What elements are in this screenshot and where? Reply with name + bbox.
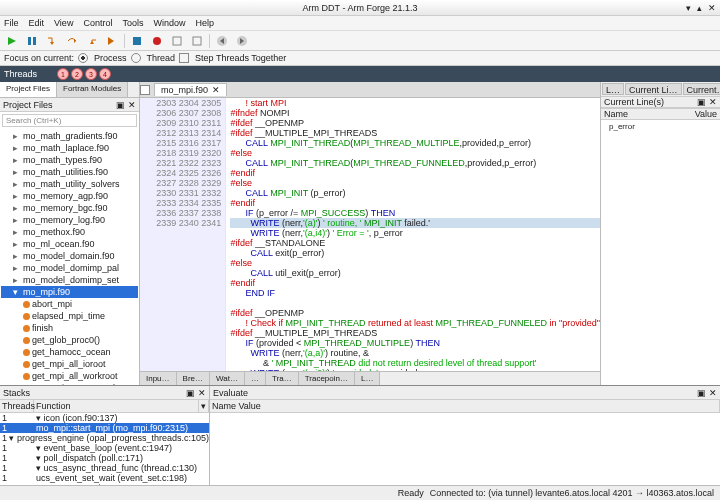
bottom-tab[interactable]: Bre… — [177, 372, 210, 385]
process-radio[interactable] — [78, 53, 88, 63]
stack-row[interactable]: 1▾ ucs_async_thread_func (thread.c:130) — [0, 463, 209, 473]
variables-title: Current Line(s) — [604, 97, 664, 107]
panel-menu-icon[interactable]: ▣ ✕ — [116, 100, 136, 110]
status-ready: Ready — [398, 488, 424, 498]
menu-view[interactable]: View — [54, 18, 73, 28]
tree-item[interactable]: ▸mo_memory_agp.f90 — [1, 190, 138, 202]
maximize-icon[interactable]: ▴ — [697, 3, 702, 13]
run-button[interactable] — [4, 33, 20, 49]
editor-tab[interactable]: mo_mpi.f90✕ — [154, 83, 227, 96]
svg-marker-3 — [50, 42, 54, 45]
tree-item[interactable]: ▸mo_model_domain.f90 — [1, 250, 138, 262]
svg-rect-1 — [28, 37, 31, 45]
tool1-button[interactable] — [169, 33, 185, 49]
thread-pill[interactable]: 2 — [71, 68, 83, 80]
threads-label: Threads — [4, 69, 37, 79]
editor-tabs: mo_mpi.f90✕ — [140, 82, 600, 98]
menu-tools[interactable]: Tools — [122, 18, 143, 28]
back-button[interactable] — [214, 33, 230, 49]
stacks-panel: Stacks▣ ✕ ThreadsFunction▾ 1▾ icon (icon… — [0, 386, 210, 485]
tree-item[interactable]: get_glob_proc0() — [1, 334, 138, 346]
svg-rect-7 — [173, 37, 181, 45]
stack-row[interactable]: 1 ucs_event_set_wait (event_set.c:198) — [0, 473, 209, 483]
thread-pill[interactable]: 4 — [99, 68, 111, 80]
search-input[interactable]: Search (Ctrl+K) — [2, 114, 137, 127]
stepout-button[interactable] — [84, 33, 100, 49]
minimize-icon[interactable]: ▾ — [686, 3, 691, 13]
bottom-tab[interactable]: Tracepoin… — [299, 372, 355, 385]
editor-panel: mo_mpi.f90✕ 2303 2304 2305 2306 2307 230… — [140, 82, 600, 385]
bottom-tab[interactable]: Inpu… — [140, 372, 177, 385]
tree-item[interactable]: abort_mpi — [1, 298, 138, 310]
thread-radio[interactable] — [131, 53, 141, 63]
step-together-check[interactable] — [179, 53, 189, 63]
tree-item[interactable]: elapsed_mpi_time — [1, 310, 138, 322]
tree-item[interactable]: ▸mo_memory_bgc.f90 — [1, 202, 138, 214]
menu-bar: FileEditViewControlToolsWindowHelp — [0, 16, 720, 31]
var-tab[interactable]: L… — [602, 83, 624, 95]
tree-item[interactable]: ▸mo_methox.f90 — [1, 226, 138, 238]
record-button[interactable] — [149, 33, 165, 49]
tree-item[interactable]: get_mpi_all_workroot — [1, 370, 138, 382]
var-tab[interactable]: Current… — [683, 83, 720, 95]
stop-button[interactable] — [129, 33, 145, 49]
project-panel: Project FilesFortran Modules Project Fil… — [0, 82, 140, 385]
svg-rect-2 — [33, 37, 36, 45]
forward-button[interactable] — [234, 33, 250, 49]
tree-item[interactable]: ▸mo_ml_ocean.f90 — [1, 238, 138, 250]
tree-item[interactable]: get_hamocc_ocean — [1, 346, 138, 358]
bottom-tab[interactable]: Tra… — [266, 372, 299, 385]
tree-item[interactable]: ▸mo_math_utilities.f90 — [1, 166, 138, 178]
focus-label: Focus on current: — [4, 53, 74, 63]
title-bar: Arm DDT - Arm Forge 21.1.3 ▾ ▴ ✕ — [0, 0, 720, 16]
thread-pill[interactable]: 3 — [85, 68, 97, 80]
window-title: Arm DDT - Arm Forge 21.1.3 — [303, 3, 418, 13]
stack-row[interactable]: 1▾ icon (icon.f90:137) — [0, 413, 209, 423]
tree-item[interactable]: ▸mo_model_domimp_pal — [1, 262, 138, 274]
stack-row[interactable]: 1 ▾ event_base_loop (event.c:1947) — [0, 443, 209, 453]
code-editor[interactable]: 2303 2304 2305 2306 2307 2308 2309 2310 … — [140, 98, 600, 371]
tree-item[interactable]: ▸mo_math_utility_solvers — [1, 178, 138, 190]
tree-item[interactable]: get_mpi_all_ioroot — [1, 358, 138, 370]
pause-button[interactable] — [24, 33, 40, 49]
menu-window[interactable]: Window — [153, 18, 185, 28]
file-tree[interactable]: ▸mo_math_gradients.f90▸mo_math_laplace.f… — [0, 129, 139, 385]
tree-item[interactable]: ▸mo_math_types.f90 — [1, 154, 138, 166]
tab-close-icon[interactable]: ✕ — [212, 85, 220, 95]
variable-row[interactable]: p_error — [601, 120, 720, 385]
project-tab[interactable]: Fortran Modules — [57, 82, 128, 97]
stack-row[interactable]: 1▾ progress_engine (opal_progress_thread… — [0, 433, 209, 443]
focus-bar: Focus on current: Process Thread Step Th… — [0, 51, 720, 66]
menu-help[interactable]: Help — [195, 18, 214, 28]
stack-row[interactable]: 1 mo_mpi::start_mpi (mo_mpi.f90:2315) — [0, 423, 209, 433]
menu-edit[interactable]: Edit — [29, 18, 45, 28]
svg-marker-0 — [8, 37, 16, 45]
toolbar — [0, 31, 720, 51]
threads-bar: Threads 1234 — [0, 66, 720, 82]
bottom-tab[interactable]: Wat… — [210, 372, 245, 385]
panel-close-icon[interactable]: ▣ ✕ — [697, 97, 717, 107]
stack-row[interactable]: 1 ▾ poll_dispatch (poll.c:171) — [0, 453, 209, 463]
tree-item[interactable]: ▸mo_math_gradients.f90 — [1, 130, 138, 142]
tree-item[interactable]: ▾mo_mpi.f90 — [1, 286, 138, 298]
thread-pill[interactable]: 1 — [57, 68, 69, 80]
close-icon[interactable]: ✕ — [708, 3, 716, 13]
stepinto-button[interactable] — [44, 33, 60, 49]
menu-file[interactable]: File — [4, 18, 19, 28]
svg-marker-5 — [90, 41, 94, 44]
bottom-tab[interactable]: … — [245, 372, 266, 385]
svg-rect-8 — [193, 37, 201, 45]
tree-item[interactable]: ▸mo_math_laplace.f90 — [1, 142, 138, 154]
project-tab[interactable]: Project Files — [0, 82, 57, 97]
tree-item[interactable]: ▸mo_model_domimp_set — [1, 274, 138, 286]
menu-control[interactable]: Control — [83, 18, 112, 28]
stepover-button[interactable] — [64, 33, 80, 49]
project-files-title: Project Files — [3, 100, 53, 110]
tab-collapse-icon[interactable] — [140, 85, 150, 95]
bottom-tab[interactable]: L… — [355, 372, 380, 385]
var-tab[interactable]: Current Li… — [625, 83, 682, 95]
step-button[interactable] — [104, 33, 120, 49]
tree-item[interactable]: ▸mo_memory_log.f90 — [1, 214, 138, 226]
tree-item[interactable]: finish — [1, 322, 138, 334]
tool2-button[interactable] — [189, 33, 205, 49]
